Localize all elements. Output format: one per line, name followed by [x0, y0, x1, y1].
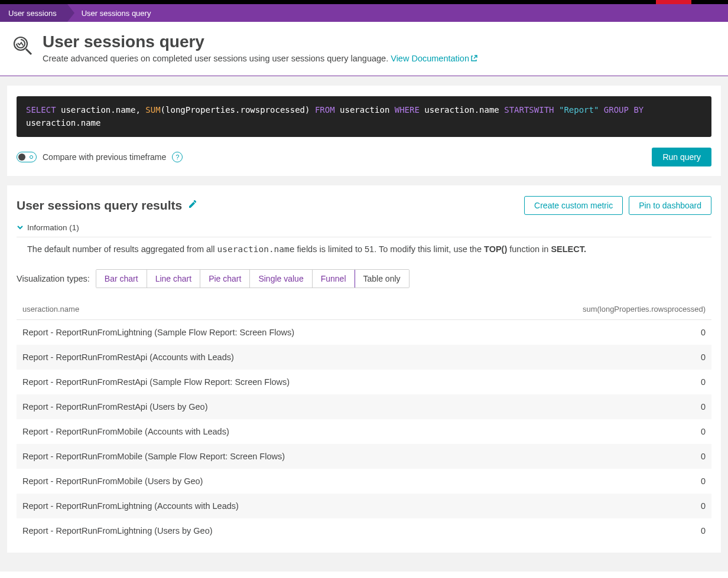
cell-useraction-name: Report - ReportRunFromLightning (Account… [17, 494, 488, 518]
information-expander[interactable]: Information (1) [17, 223, 711, 237]
cell-sum-value: 0 [488, 494, 711, 518]
cell-useraction-name: Report - ReportRunFromMobile (Sample Flo… [17, 444, 488, 469]
query-editor-card: SELECT useraction.name, SUM(longProperti… [7, 86, 721, 176]
col-sum-rowsprocessed[interactable]: sum(longProperties.rowsprocessed) [488, 299, 711, 320]
table-row[interactable]: Report - ReportRunFromLightning (Users b… [17, 518, 711, 543]
table-row[interactable]: Report - ReportRunFromRestApi (Users by … [17, 394, 711, 419]
viz-types-label: Visualization types: [17, 274, 90, 283]
breadcrumb-user-sessions-query[interactable]: User sessions query [67, 4, 162, 22]
information-label: Information (1) [27, 223, 79, 232]
breadcrumb-user-sessions[interactable]: User sessions [0, 4, 67, 22]
query-magnifier-icon [12, 35, 33, 58]
cell-useraction-name: Report - ReportRunFromMobile (Users by G… [17, 469, 488, 494]
table-row[interactable]: Report - ReportRunFromMobile (Users by G… [17, 469, 711, 494]
table-row[interactable]: Report - ReportRunFromRestApi (Accounts … [17, 345, 711, 370]
cell-useraction-name: Report - ReportRunFromRestApi (Users by … [17, 394, 488, 419]
cell-sum-value: 0 [488, 370, 711, 394]
viz-tab-pie-chart[interactable]: Pie chart [200, 270, 250, 288]
information-message: The default number of results aggregated… [27, 244, 711, 254]
viz-tab-table-only[interactable]: Table only [355, 269, 410, 288]
viz-tab-single-value[interactable]: Single value [250, 270, 312, 288]
table-row[interactable]: Report - ReportRunFromLightning (Account… [17, 494, 711, 518]
page-header: User sessions query Create advanced quer… [0, 22, 728, 76]
results-table: useraction.name sum(longProperties.rowsp… [17, 299, 711, 543]
cell-useraction-name: Report - ReportRunFromMobile (Accounts w… [17, 419, 488, 444]
compare-timeframe-toggle[interactable] [17, 152, 37, 162]
cell-useraction-name: Report - ReportRunFromRestApi (Accounts … [17, 345, 488, 370]
cell-useraction-name: Report - ReportRunFromLightning (Sample … [17, 319, 488, 345]
table-row[interactable]: Report - ReportRunFromLightning (Sample … [17, 319, 711, 345]
cell-useraction-name: Report - ReportRunFromLightning (Users b… [17, 518, 488, 543]
col-useraction-name[interactable]: useraction.name [17, 299, 488, 320]
cell-sum-value: 0 [488, 394, 711, 419]
cell-sum-value: 0 [488, 419, 711, 444]
cell-sum-value: 0 [488, 319, 711, 345]
external-link-icon [470, 54, 477, 64]
pin-to-dashboard-button[interactable]: Pin to dashboard [629, 196, 711, 215]
cell-sum-value: 0 [488, 518, 711, 543]
query-input[interactable]: SELECT useraction.name, SUM(longProperti… [17, 96, 711, 137]
viz-tab-funnel[interactable]: Funnel [313, 270, 355, 288]
svg-line-1 [26, 49, 31, 54]
page-title: User sessions query [43, 32, 477, 51]
results-title: User sessions query results [17, 198, 182, 213]
create-custom-metric-button[interactable]: Create custom metric [524, 196, 623, 215]
table-header-row: useraction.name sum(longProperties.rowsp… [17, 299, 711, 320]
breadcrumb: User sessions User sessions query [0, 4, 728, 22]
chevron-down-icon [17, 224, 24, 231]
cell-sum-value: 0 [488, 444, 711, 469]
table-row[interactable]: Report - ReportRunFromMobile (Accounts w… [17, 419, 711, 444]
viz-tabs: Bar chartLine chartPie chartSingle value… [96, 269, 410, 288]
viz-tab-bar-chart[interactable]: Bar chart [96, 270, 147, 288]
viz-tab-line-chart[interactable]: Line chart [147, 270, 200, 288]
results-card: User sessions query results Create custo… [7, 185, 721, 553]
view-documentation-link[interactable]: View Documentation [391, 54, 477, 63]
compare-timeframe-label: Compare with previous timeframe [43, 152, 166, 162]
cell-sum-value: 0 [488, 345, 711, 370]
run-query-button[interactable]: Run query [652, 148, 711, 166]
cell-useraction-name: Report - ReportRunFromRestApi (Sample Fl… [17, 370, 488, 394]
page-subtitle: Create advanced queries on completed use… [43, 54, 477, 64]
cell-sum-value: 0 [488, 469, 711, 494]
top-accent-bar [0, 0, 728, 4]
edit-title-icon[interactable] [188, 200, 197, 211]
help-icon[interactable]: ? [172, 152, 183, 162]
table-row[interactable]: Report - ReportRunFromMobile (Sample Flo… [17, 444, 711, 469]
table-row[interactable]: Report - ReportRunFromRestApi (Sample Fl… [17, 370, 711, 394]
